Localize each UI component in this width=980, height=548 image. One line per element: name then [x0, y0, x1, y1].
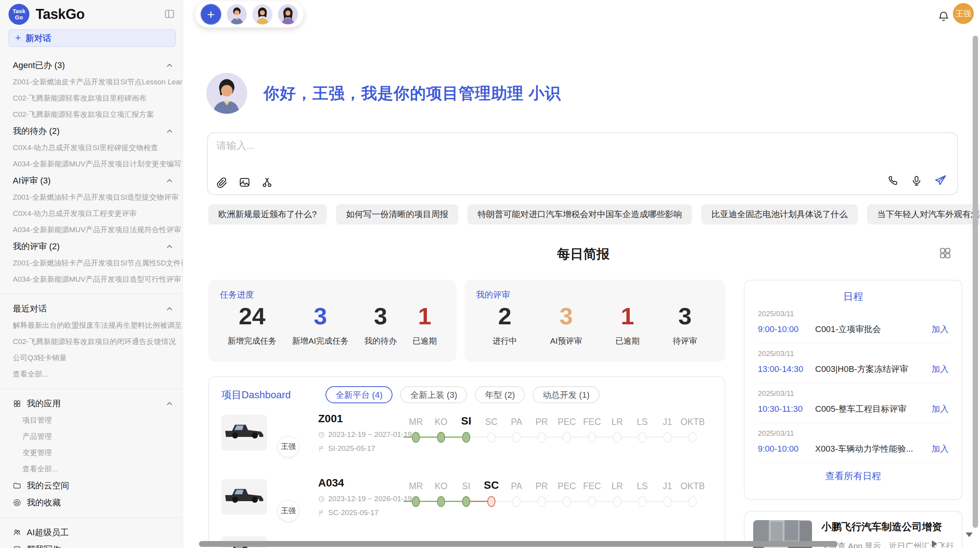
notifications-bell-icon[interactable] — [937, 10, 950, 22]
layout-grid-icon[interactable] — [938, 246, 952, 260]
my-favorites[interactable]: 我的收藏 — [0, 494, 183, 511]
filter-chip[interactable]: 全新平台 (4) — [326, 386, 392, 403]
recent-chat-item[interactable]: 解释最新出台的欧盟报废车法规再生塑料比例被调至15%... — [0, 317, 183, 334]
suggestion-chip[interactable]: 特朗普可能对进口汽车增税会对中国车企造成哪些影响 — [468, 204, 692, 224]
milestone-dot — [487, 432, 495, 443]
filter-chip[interactable]: 动总开发 (1) — [533, 386, 600, 403]
user-avatar[interactable]: 王强 — [953, 3, 974, 24]
recent-chat-item[interactable]: 查看全部... — [0, 366, 183, 382]
app-item[interactable]: 产品管理 — [0, 428, 183, 445]
schedule-item: 2025/03/11 13:00-14:30 C003|H0B-方案冻结评审 加… — [758, 343, 949, 383]
sidebar-item[interactable]: C02-飞腾新能源轻客改款项目里程碑画布 — [0, 90, 183, 106]
chevron-up-icon — [166, 63, 173, 67]
dashboard-title: 项目Dashboard — [221, 388, 291, 402]
scissors-icon[interactable] — [261, 176, 273, 188]
view-all-schedule-link[interactable]: 查看所有日程 — [758, 470, 949, 482]
avatar[interactable] — [227, 4, 247, 24]
ai-super-staff[interactable]: AI超级员工 — [0, 524, 183, 541]
app-window: Task Go TaskGo + 新对话 Agent已办 (3) Z001-全新… — [0, 0, 980, 548]
my-cloud-space[interactable]: 我的云空间 — [0, 477, 183, 494]
chevron-up-icon — [166, 179, 173, 183]
add-conversation-button[interactable]: + — [200, 4, 221, 25]
suggestion-chip[interactable]: 如何写一份清晰的项目周报 — [336, 204, 458, 224]
milestone-dot — [613, 432, 621, 443]
milestone-timeline: MRKOSISCPAPRPECFECLRLSJ1OKTB — [403, 413, 705, 444]
app-item[interactable]: 查看全部... — [0, 461, 183, 477]
task-progress-stats: 24 新增完成任务 3 新增AI完成任务 3 我的待办 1 已逾期 — [220, 303, 445, 346]
divider — [0, 517, 183, 518]
logo-line1: Task — [12, 8, 25, 15]
image-icon[interactable] — [239, 176, 250, 188]
stat: 1 已逾期 — [615, 303, 640, 346]
filter-chip[interactable]: 全新上装 (3) — [400, 386, 467, 403]
send-icon[interactable] — [934, 174, 947, 187]
milestone-label: KO — [428, 417, 454, 427]
news-title: 小鹏飞行汽车制造公司增资 — [821, 520, 953, 534]
stat: 1 已逾期 — [413, 303, 437, 346]
section-header-my-review[interactable]: 我的评审 (2) — [0, 238, 183, 255]
divider — [0, 294, 183, 294]
avatar[interactable] — [278, 4, 298, 24]
app-item[interactable]: 项目管理 — [0, 412, 183, 428]
schedule-time: 9:00-10:00 — [758, 324, 815, 334]
paperclip-icon[interactable] — [216, 176, 228, 188]
flag-icon — [318, 445, 325, 452]
join-link[interactable]: 加入 — [932, 403, 949, 415]
milestone-dot — [588, 432, 596, 443]
sidebar-item[interactable]: A034-全新新能源MUV产品开发项目造型可行性评审 — [0, 271, 183, 288]
my-apps-header[interactable]: 我的应用 — [0, 395, 183, 412]
sidebar-item[interactable]: Z001-全新燃油皮卡产品开发项目SI节点Lesson Learn报告 — [0, 74, 183, 90]
milestone-dot — [613, 496, 621, 507]
sidebar-item[interactable]: C0X4-动力总成开发项目工程变更评审 — [0, 206, 183, 222]
section-header-ai-review[interactable]: AI评审 (3) — [0, 172, 183, 189]
section-header-recent-chats[interactable]: 最近对话 — [0, 300, 183, 317]
phone-icon[interactable] — [887, 175, 899, 187]
recent-chat-item[interactable]: 公司Q3轻卡销量 — [0, 350, 183, 366]
project-row[interactable]: 王强 A034 2023-12-19 ~ 2026-01-19 SC-2025-… — [221, 476, 712, 536]
sidebar-item[interactable]: Z001-全新燃油轻卡产品开发项目SI造型提交物评审 — [0, 189, 183, 206]
join-link[interactable]: 加入 — [932, 363, 949, 375]
sidebar-item[interactable]: A034-全新新能源MUV产品开发项目法规符合性评审 — [0, 222, 183, 238]
chevron-up-icon — [166, 245, 173, 248]
new-chat-button[interactable]: + 新对话 — [9, 29, 176, 47]
sidebar-collapse-icon[interactable] — [164, 9, 175, 19]
help-me-write[interactable]: 帮我写作 — [0, 541, 183, 548]
milestone-label: LR — [605, 481, 630, 491]
avatar[interactable] — [252, 4, 272, 24]
project-dates: 2023-12-19 ~ 2026-01-19 — [328, 495, 412, 503]
section-header-my-todo[interactable]: 我的待办 (2) — [0, 123, 183, 140]
scroll-down-arrow-icon[interactable] — [966, 533, 973, 537]
scroll-right-arrow-icon[interactable] — [932, 540, 937, 547]
milestone-label: PA — [504, 417, 529, 427]
daily-briefing-title: 每日简报 — [208, 245, 958, 263]
milestone-dot — [663, 496, 672, 507]
stat-label: 我的待办 — [364, 336, 397, 346]
project-row[interactable]: 王强 Z001 2023-12-19 ~ 2027-01-19 SI-2025-… — [221, 412, 712, 472]
microphone-icon[interactable] — [911, 175, 922, 187]
sidebar-item[interactable]: C02-飞腾新能源轻客改款项目立项汇报方案 — [0, 106, 183, 123]
milestone-label: PR — [529, 417, 554, 427]
sidebar-item[interactable]: C0X4-动力总成开发项目SI里程碑提交物检查 — [0, 140, 183, 156]
recent-chat-item[interactable]: C02-飞腾新能源轻客改款项目的闭环通告反馈情况 — [0, 334, 183, 350]
filter-chip[interactable]: 年型 (2) — [475, 386, 525, 403]
assistant-avatar — [206, 73, 247, 114]
section-header-agent-done[interactable]: Agent已办 (3) — [0, 57, 183, 74]
dashboard-header: 项目Dashboard 全新平台 (4)全新上装 (3)年型 (2)动总开发 (… — [221, 386, 712, 403]
vertical-scrollbar[interactable] — [973, 36, 978, 528]
suggestion-chip[interactable]: 当下年轻人对汽车外观有怎样的喜好趋势 — [867, 204, 980, 224]
project-dashboard-card: 项目Dashboard 全新平台 (4)全新上装 (3)年型 (2)动总开发 (… — [208, 376, 725, 548]
chevron-up-icon — [166, 307, 173, 311]
sidebar-item[interactable]: A034-全新新能源MUV产品开发项目计划变更变编写 — [0, 156, 183, 172]
join-link[interactable]: 加入 — [932, 443, 949, 455]
greeting-text: 你好，王强，我是你的项目管理助理 小识 — [264, 83, 561, 104]
sidebar-item[interactable]: Z001-全新燃油轻卡产品开发项目SI节点属性5D文件评审 — [0, 255, 183, 271]
stat-value: 3 — [559, 303, 572, 329]
suggestion-chip[interactable]: 欧洲新规最近颁布了什么? — [208, 204, 327, 224]
milestone-labels: MRKOSISCPAPRPECFECLRLSJ1OKTB — [403, 413, 705, 427]
app-item[interactable]: 变更管理 — [0, 445, 183, 461]
chat-input[interactable] — [216, 139, 682, 152]
stat-label: 待评审 — [673, 336, 697, 346]
suggestion-chip[interactable]: 比亚迪全固态电池计划具体说了什么 — [701, 204, 858, 224]
horizontal-scrollbar[interactable] — [199, 541, 838, 547]
join-link[interactable]: 加入 — [932, 324, 949, 335]
